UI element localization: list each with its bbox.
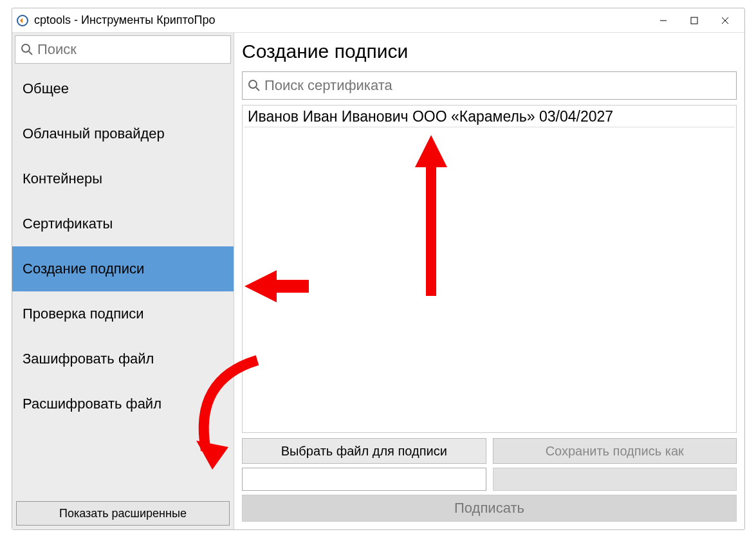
show-advanced-button[interactable]: Показать расширенные (16, 501, 230, 526)
window-title: cptools - Инструменты КриптоПро (34, 14, 216, 27)
choose-file-button[interactable]: Выбрать файл для подписи (242, 438, 486, 464)
certificate-search[interactable] (242, 71, 737, 100)
certificate-search-input[interactable] (264, 77, 731, 94)
close-button[interactable] (710, 8, 741, 33)
page-title: Создание подписи (242, 41, 737, 62)
main-panel: Создание подписи Иванов Иван Иванович ОО… (234, 33, 744, 529)
sidebar-nav: Общее Облачный провайдер Контейнеры Серт… (12, 66, 234, 497)
sidebar-item-containers[interactable]: Контейнеры (12, 156, 234, 201)
window-controls (648, 8, 741, 33)
certificate-list[interactable]: Иванов Иван Иванович ООО «Карамель» 03/0… (242, 105, 737, 433)
sidebar-item-encrypt-file[interactable]: Зашифровать файл (12, 336, 234, 381)
app-icon (16, 14, 29, 27)
sidebar-item-decrypt-file[interactable]: Расшифровать файл (12, 381, 234, 426)
signature-file-field (493, 468, 737, 491)
minimize-button[interactable] (648, 8, 679, 33)
source-file-field[interactable] (242, 468, 486, 491)
search-icon (21, 43, 33, 56)
sidebar-search[interactable] (15, 35, 231, 64)
certificate-item[interactable]: Иванов Иван Иванович ООО «Карамель» 03/0… (244, 107, 735, 127)
app-window: cptools - Инструменты КриптоПро (12, 8, 745, 530)
sidebar: Общее Облачный провайдер Контейнеры Серт… (12, 33, 234, 529)
sidebar-item-certificates[interactable]: Сертификаты (12, 201, 234, 246)
search-icon (248, 79, 261, 92)
sidebar-item-cloud-provider[interactable]: Облачный провайдер (12, 111, 234, 156)
maximize-button[interactable] (679, 8, 710, 33)
sign-button[interactable]: Подписать (242, 495, 737, 522)
svg-point-5 (22, 44, 30, 52)
sidebar-item-verify-signature[interactable]: Проверка подписи (12, 291, 234, 336)
sidebar-search-input[interactable] (37, 41, 225, 58)
svg-line-8 (256, 87, 259, 91)
sidebar-item-create-signature[interactable]: Создание подписи (12, 246, 234, 291)
titlebar: cptools - Инструменты КриптоПро (12, 8, 744, 33)
svg-point-7 (249, 80, 257, 88)
save-signature-as-button[interactable]: Сохранить подпись как (493, 438, 737, 464)
svg-line-6 (29, 51, 32, 55)
sidebar-item-general[interactable]: Общее (12, 66, 234, 111)
svg-rect-2 (691, 17, 697, 24)
